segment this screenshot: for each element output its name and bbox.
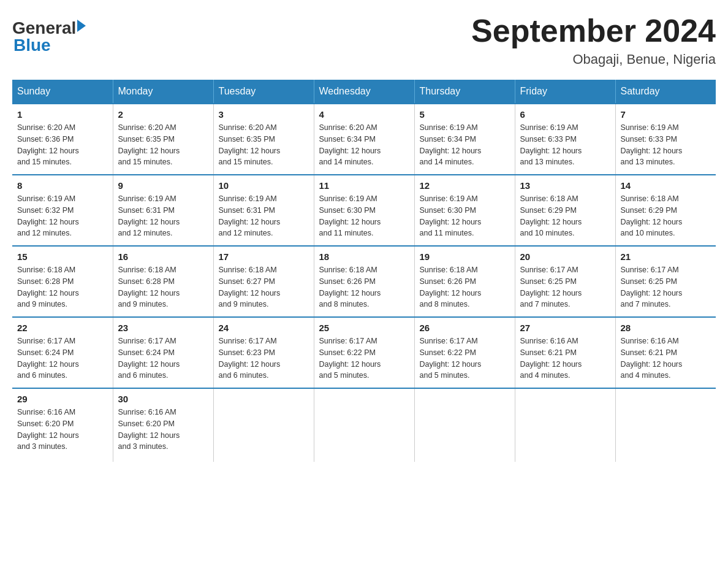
- month-title: September 2024: [471, 12, 716, 49]
- calendar-cell: 17Sunrise: 6:18 AMSunset: 6:27 PMDayligh…: [213, 246, 314, 317]
- calendar-week-row: 1Sunrise: 6:20 AMSunset: 6:36 PMDaylight…: [12, 104, 716, 175]
- day-number: 13: [520, 180, 610, 191]
- calendar-cell: 29Sunrise: 6:16 AMSunset: 6:20 PMDayligh…: [12, 388, 113, 462]
- day-info: Sunrise: 6:18 AMSunset: 6:26 PMDaylight:…: [319, 264, 409, 310]
- logo: General Blue: [12, 18, 86, 55]
- calendar-cell: 6Sunrise: 6:19 AMSunset: 6:33 PMDaylight…: [515, 104, 615, 175]
- calendar-cell: 30Sunrise: 6:16 AMSunset: 6:20 PMDayligh…: [113, 388, 213, 462]
- calendar-cell: 4Sunrise: 6:20 AMSunset: 6:34 PMDaylight…: [314, 104, 414, 175]
- day-info: Sunrise: 6:16 AMSunset: 6:20 PMDaylight:…: [118, 407, 208, 453]
- day-info: Sunrise: 6:17 AMSunset: 6:23 PMDaylight:…: [219, 335, 309, 381]
- day-info: Sunrise: 6:19 AMSunset: 6:32 PMDaylight:…: [17, 193, 108, 239]
- calendar-cell: [615, 388, 716, 462]
- day-number: 4: [319, 109, 409, 120]
- calendar-cell: 7Sunrise: 6:19 AMSunset: 6:33 PMDaylight…: [615, 104, 716, 175]
- calendar-header-row: SundayMondayTuesdayWednesdayThursdayFrid…: [12, 80, 716, 104]
- day-number: 16: [118, 251, 208, 262]
- day-info: Sunrise: 6:17 AMSunset: 6:22 PMDaylight:…: [420, 335, 510, 381]
- day-info: Sunrise: 6:19 AMSunset: 6:30 PMDaylight:…: [319, 193, 409, 239]
- calendar-cell: 19Sunrise: 6:18 AMSunset: 6:26 PMDayligh…: [414, 246, 515, 317]
- calendar-week-row: 8Sunrise: 6:19 AMSunset: 6:32 PMDaylight…: [12, 175, 716, 246]
- calendar-cell: 20Sunrise: 6:17 AMSunset: 6:25 PMDayligh…: [515, 246, 615, 317]
- calendar-cell: 2Sunrise: 6:20 AMSunset: 6:35 PMDaylight…: [113, 104, 213, 175]
- logo-arrow-icon: [77, 20, 86, 32]
- day-info: Sunrise: 6:16 AMSunset: 6:21 PMDaylight:…: [621, 335, 711, 381]
- calendar-cell: 21Sunrise: 6:17 AMSunset: 6:25 PMDayligh…: [615, 246, 716, 317]
- day-info: Sunrise: 6:19 AMSunset: 6:30 PMDaylight:…: [420, 193, 510, 239]
- page-header: General Blue September 2024 Obagaji, Ben…: [12, 12, 716, 67]
- day-info: Sunrise: 6:19 AMSunset: 6:33 PMDaylight:…: [621, 122, 711, 168]
- day-info: Sunrise: 6:20 AMSunset: 6:35 PMDaylight:…: [118, 122, 208, 168]
- title-block: September 2024 Obagaji, Benue, Nigeria: [471, 12, 716, 67]
- day-info: Sunrise: 6:19 AMSunset: 6:31 PMDaylight:…: [219, 193, 309, 239]
- day-info: Sunrise: 6:17 AMSunset: 6:24 PMDaylight:…: [118, 335, 208, 381]
- day-info: Sunrise: 6:18 AMSunset: 6:27 PMDaylight:…: [219, 264, 309, 310]
- day-info: Sunrise: 6:20 AMSunset: 6:35 PMDaylight:…: [219, 122, 309, 168]
- calendar-cell: 10Sunrise: 6:19 AMSunset: 6:31 PMDayligh…: [213, 175, 314, 246]
- day-number: 28: [621, 323, 711, 333]
- day-number: 24: [219, 323, 309, 333]
- weekday-header-friday: Friday: [515, 80, 615, 104]
- day-number: 26: [420, 323, 510, 333]
- calendar-cell: [515, 388, 615, 462]
- day-info: Sunrise: 6:19 AMSunset: 6:34 PMDaylight:…: [420, 122, 510, 168]
- day-number: 19: [420, 251, 510, 262]
- day-number: 17: [219, 251, 309, 262]
- weekday-header-sunday: Sunday: [12, 80, 113, 104]
- day-info: Sunrise: 6:18 AMSunset: 6:29 PMDaylight:…: [520, 193, 610, 239]
- day-number: 2: [118, 109, 208, 120]
- location-title: Obagaji, Benue, Nigeria: [471, 52, 716, 67]
- day-number: 21: [621, 251, 711, 262]
- day-info: Sunrise: 6:16 AMSunset: 6:21 PMDaylight:…: [520, 335, 610, 381]
- day-number: 7: [621, 109, 711, 120]
- calendar-cell: 22Sunrise: 6:17 AMSunset: 6:24 PMDayligh…: [12, 317, 113, 388]
- calendar-cell: 15Sunrise: 6:18 AMSunset: 6:28 PMDayligh…: [12, 246, 113, 317]
- day-info: Sunrise: 6:19 AMSunset: 6:31 PMDaylight:…: [118, 193, 208, 239]
- calendar-cell: [314, 388, 414, 462]
- calendar-cell: 26Sunrise: 6:17 AMSunset: 6:22 PMDayligh…: [414, 317, 515, 388]
- calendar-cell: 23Sunrise: 6:17 AMSunset: 6:24 PMDayligh…: [113, 317, 213, 388]
- day-info: Sunrise: 6:18 AMSunset: 6:29 PMDaylight:…: [621, 193, 711, 239]
- day-number: 25: [319, 323, 409, 333]
- calendar-cell: 28Sunrise: 6:16 AMSunset: 6:21 PMDayligh…: [615, 317, 716, 388]
- calendar-cell: 5Sunrise: 6:19 AMSunset: 6:34 PMDaylight…: [414, 104, 515, 175]
- day-number: 27: [520, 323, 610, 333]
- day-info: Sunrise: 6:17 AMSunset: 6:24 PMDaylight:…: [17, 335, 108, 381]
- calendar-cell: 13Sunrise: 6:18 AMSunset: 6:29 PMDayligh…: [515, 175, 615, 246]
- day-number: 30: [118, 394, 208, 404]
- logo-blue: Blue: [13, 36, 51, 55]
- day-info: Sunrise: 6:17 AMSunset: 6:25 PMDaylight:…: [520, 264, 610, 310]
- calendar-cell: 3Sunrise: 6:20 AMSunset: 6:35 PMDaylight…: [213, 104, 314, 175]
- day-number: 15: [17, 251, 108, 262]
- day-info: Sunrise: 6:18 AMSunset: 6:28 PMDaylight:…: [17, 264, 108, 310]
- day-number: 6: [520, 109, 610, 120]
- calendar-cell: 1Sunrise: 6:20 AMSunset: 6:36 PMDaylight…: [12, 104, 113, 175]
- day-info: Sunrise: 6:17 AMSunset: 6:25 PMDaylight:…: [621, 264, 711, 310]
- day-number: 22: [17, 323, 108, 333]
- calendar-cell: [414, 388, 515, 462]
- calendar-cell: 16Sunrise: 6:18 AMSunset: 6:28 PMDayligh…: [113, 246, 213, 317]
- day-info: Sunrise: 6:17 AMSunset: 6:22 PMDaylight:…: [319, 335, 409, 381]
- day-number: 23: [118, 323, 208, 333]
- day-number: 5: [420, 109, 510, 120]
- day-info: Sunrise: 6:18 AMSunset: 6:28 PMDaylight:…: [118, 264, 208, 310]
- day-number: 29: [17, 394, 108, 404]
- day-number: 14: [621, 180, 711, 191]
- day-info: Sunrise: 6:20 AMSunset: 6:34 PMDaylight:…: [319, 122, 409, 168]
- day-info: Sunrise: 6:16 AMSunset: 6:20 PMDaylight:…: [17, 407, 108, 453]
- day-number: 20: [520, 251, 610, 262]
- day-number: 11: [319, 180, 409, 191]
- weekday-header-wednesday: Wednesday: [314, 80, 414, 104]
- day-info: Sunrise: 6:18 AMSunset: 6:26 PMDaylight:…: [420, 264, 510, 310]
- calendar-cell: 9Sunrise: 6:19 AMSunset: 6:31 PMDaylight…: [113, 175, 213, 246]
- weekday-header-saturday: Saturday: [615, 80, 716, 104]
- day-number: 9: [118, 180, 208, 191]
- day-number: 12: [420, 180, 510, 191]
- day-number: 8: [17, 180, 108, 191]
- weekday-header-monday: Monday: [113, 80, 213, 104]
- calendar-week-row: 15Sunrise: 6:18 AMSunset: 6:28 PMDayligh…: [12, 246, 716, 317]
- day-number: 18: [319, 251, 409, 262]
- calendar-table: SundayMondayTuesdayWednesdayThursdayFrid…: [12, 80, 716, 462]
- calendar-cell: 25Sunrise: 6:17 AMSunset: 6:22 PMDayligh…: [314, 317, 414, 388]
- day-number: 10: [219, 180, 309, 191]
